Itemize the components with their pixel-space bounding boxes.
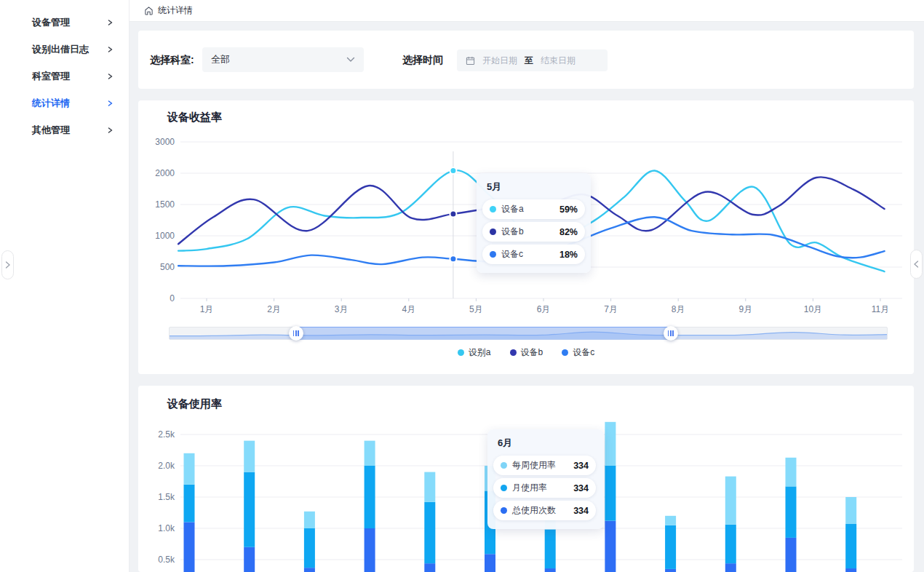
breadcrumb-label: 统计详情 bbox=[158, 4, 193, 17]
series-dot-icon bbox=[501, 485, 507, 491]
svg-text:11月: 11月 bbox=[872, 304, 889, 314]
tooltip-row: 月使用率334 bbox=[493, 478, 596, 498]
svg-text:5月: 5月 bbox=[469, 304, 483, 314]
svg-text:3月: 3月 bbox=[335, 304, 349, 314]
bar-month-9[interactable] bbox=[665, 516, 676, 572]
series-dot-icon bbox=[490, 251, 496, 258]
svg-text:8月: 8月 bbox=[672, 304, 685, 314]
bar-month-4[interactable] bbox=[365, 441, 375, 572]
main-content: 统计详情 选择科室: 全部 选择时间 开始日期 至 结束日期 设备收益率 300… bbox=[130, 0, 924, 572]
bar-month-12[interactable] bbox=[845, 497, 856, 572]
tooltip-series-value: 334 bbox=[573, 461, 589, 471]
usage-chart-card: 设备使用率 2.5k2.0k1.5k1.0k0.5k 6月 每周使用率334月使… bbox=[138, 386, 914, 572]
tooltip-row: 设备c18% bbox=[482, 245, 585, 264]
legend-dot-icon bbox=[562, 349, 568, 356]
tooltip-series-name: 设备c bbox=[501, 248, 559, 261]
bar-month-1[interactable] bbox=[184, 453, 195, 572]
legend-dot-icon bbox=[510, 349, 517, 356]
date-end-input[interactable]: 结束日期 bbox=[541, 55, 575, 67]
tooltip-row: 总使用次数334 bbox=[493, 501, 596, 520]
legend-item-0[interactable]: 设别a bbox=[458, 346, 491, 359]
legend-item-1[interactable]: 设备b bbox=[510, 346, 543, 359]
revenue-chart-card: 设备收益率 300020001500100050001月2月3月4月5月6月7月… bbox=[138, 100, 914, 374]
svg-text:9月: 9月 bbox=[738, 304, 752, 314]
grip-icon bbox=[668, 330, 674, 336]
tooltip-row: 设备b82% bbox=[482, 222, 585, 242]
tooltip-series-name: 每周使用率 bbox=[512, 459, 573, 472]
chevron-right-icon bbox=[108, 74, 113, 79]
sidebar-item-3[interactable]: 统计详情 bbox=[0, 90, 129, 116]
svg-text:1.5k: 1.5k bbox=[158, 492, 175, 502]
department-select-value: 全部 bbox=[211, 53, 346, 66]
chevron-right-icon bbox=[108, 20, 113, 25]
svg-text:7月: 7月 bbox=[604, 304, 618, 314]
tooltip-title: 5月 bbox=[487, 180, 585, 194]
svg-text:0: 0 bbox=[170, 293, 175, 303]
svg-text:1月: 1月 bbox=[200, 304, 214, 314]
sidebar-item-4[interactable]: 其他管理 bbox=[0, 116, 129, 143]
department-select[interactable]: 全部 bbox=[202, 47, 364, 72]
svg-text:2.0k: 2.0k bbox=[158, 461, 175, 471]
svg-text:1500: 1500 bbox=[155, 199, 175, 210]
chevron-right-icon bbox=[108, 47, 113, 52]
bar-month-2[interactable] bbox=[244, 441, 255, 572]
series-dot-icon bbox=[490, 206, 496, 212]
svg-text:1.0k: 1.0k bbox=[158, 523, 175, 533]
datazoom-right-handle[interactable] bbox=[664, 326, 678, 341]
tooltip-series-value: 82% bbox=[559, 227, 578, 237]
datazoom-slider[interactable] bbox=[169, 327, 888, 340]
svg-text:3000: 3000 bbox=[155, 137, 175, 147]
tooltip-series-name: 总使用次数 bbox=[512, 504, 573, 517]
bar-month-3[interactable] bbox=[304, 512, 315, 572]
sidebar: 设备管理设别出借日志科室管理统计详情其他管理 bbox=[0, 0, 130, 572]
breadcrumb: 统计详情 bbox=[130, 0, 924, 22]
tooltip-series-value: 334 bbox=[573, 506, 589, 516]
bar-month-5[interactable] bbox=[424, 472, 435, 572]
date-start-input[interactable]: 开始日期 bbox=[482, 55, 517, 67]
legend-item-2[interactable]: 设备c bbox=[562, 346, 594, 359]
sidebar-item-2[interactable]: 科室管理 bbox=[0, 63, 129, 90]
sidebar-item-label: 其他管理 bbox=[32, 124, 70, 137]
department-label: 选择科室: bbox=[150, 54, 194, 67]
home-icon bbox=[144, 6, 154, 15]
tooltip-series-name: 设备b bbox=[501, 226, 559, 238]
svg-text:6月: 6月 bbox=[537, 304, 551, 314]
bar-month-11[interactable] bbox=[786, 458, 797, 572]
tooltip-row: 每周使用率334 bbox=[493, 456, 596, 475]
tooltip-series-name: 设备a bbox=[501, 203, 559, 215]
date-separator: 至 bbox=[525, 55, 533, 67]
svg-text:0.5k: 0.5k bbox=[158, 555, 175, 565]
bar-month-10[interactable] bbox=[725, 477, 736, 572]
sidebar-item-label: 科室管理 bbox=[32, 70, 70, 83]
svg-text:1000: 1000 bbox=[155, 231, 175, 241]
datazoom-selected-range[interactable] bbox=[296, 327, 671, 340]
sidebar-expand-button[interactable] bbox=[1, 250, 14, 279]
panel-collapse-button[interactable] bbox=[910, 250, 923, 279]
chevron-right-icon bbox=[108, 127, 113, 132]
svg-text:500: 500 bbox=[160, 262, 175, 272]
bar-month-8[interactable] bbox=[605, 422, 616, 572]
sidebar-item-0[interactable]: 设备管理 bbox=[0, 9, 129, 36]
tooltip-row: 设备a59% bbox=[482, 199, 585, 219]
svg-text:2月: 2月 bbox=[267, 304, 281, 314]
sidebar-item-1[interactable]: 设别出借日志 bbox=[0, 36, 129, 63]
date-range-picker[interactable]: 开始日期 至 结束日期 bbox=[457, 49, 608, 71]
sidebar-item-label: 设备管理 bbox=[32, 16, 70, 29]
datazoom-left-handle[interactable] bbox=[289, 326, 303, 341]
time-label: 选择时间 bbox=[402, 54, 443, 67]
tooltip-title: 6月 bbox=[498, 437, 598, 450]
legend-dot-icon bbox=[458, 349, 464, 356]
legend-label: 设备b bbox=[521, 346, 543, 359]
tooltip-series-value: 18% bbox=[559, 250, 578, 260]
series-dot-icon bbox=[490, 229, 496, 235]
filter-panel: 选择科室: 全部 选择时间 开始日期 至 结束日期 bbox=[138, 31, 914, 89]
series-dot-icon bbox=[501, 507, 507, 514]
chevron-right-icon bbox=[108, 100, 113, 106]
svg-text:2.5k: 2.5k bbox=[158, 429, 175, 440]
tooltip-series-value: 59% bbox=[559, 204, 578, 215]
sidebar-nav: 设备管理设别出借日志科室管理统计详情其他管理 bbox=[0, 9, 129, 143]
svg-text:10月: 10月 bbox=[804, 304, 822, 314]
sidebar-item-label: 统计详情 bbox=[32, 97, 70, 110]
tooltip-series-name: 月使用率 bbox=[512, 482, 573, 494]
legend-label: 设备c bbox=[573, 346, 594, 359]
